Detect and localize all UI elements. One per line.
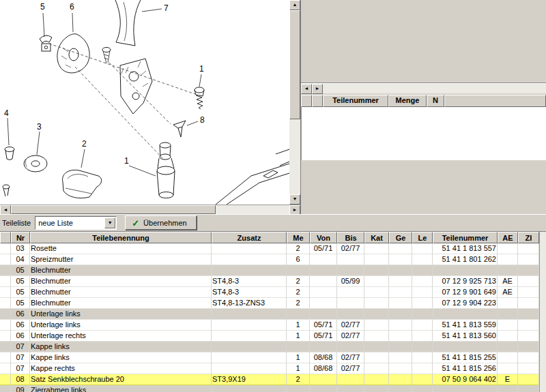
cell-zusatz	[212, 320, 287, 331]
cell-ae	[498, 331, 518, 342]
table-row[interactable]: 05BlechmutterST4,8-3205/9907 12 9 925 71…	[0, 276, 539, 287]
cell-zi	[518, 352, 539, 363]
cell-le	[412, 374, 433, 385]
header-teilebenennung[interactable]: Teilebenennung	[30, 232, 212, 243]
table-row[interactable]: 07Kappe links108/6802/7751 41 1 815 255	[0, 352, 539, 363]
selection-header-teilenummer[interactable]: Teilenummer	[323, 95, 388, 107]
cell-ge	[389, 309, 412, 320]
cell-zi	[518, 254, 539, 265]
table-row[interactable]: 03Rosette205/7102/7751 41 1 813 557	[0, 243, 539, 254]
cell-von	[310, 287, 337, 298]
dropdown-arrow-icon[interactable]: ▼	[104, 217, 115, 228]
scroll-right-icon[interactable]: ►	[289, 205, 300, 215]
cell-kat	[364, 276, 389, 287]
cell-nr: 05	[11, 298, 30, 309]
header-lead[interactable]	[0, 232, 11, 243]
header-zi[interactable]: ZI	[518, 232, 539, 243]
header-ge[interactable]: Ge	[389, 232, 412, 243]
row-lead-cell	[0, 287, 11, 298]
selection-header-menge[interactable]: Menge	[388, 95, 427, 107]
diagram-vertical-scrollbar[interactable]: ▲ ▼	[289, 0, 300, 205]
vertical-scroll-track[interactable]	[289, 10, 300, 194]
cell-kat	[364, 287, 389, 298]
table-row[interactable]: 07Kappe links	[0, 342, 539, 352]
cell-von: 08/68	[310, 352, 337, 363]
row-lead-cell	[0, 298, 11, 309]
cell-ae	[498, 342, 518, 352]
cell-ae	[498, 309, 518, 320]
table-vertical-scrollbar[interactable]	[539, 232, 546, 392]
selection-header-blank-1[interactable]	[301, 95, 312, 107]
horizontal-scroll-track[interactable]	[11, 205, 289, 214]
header-kat[interactable]: Kat	[364, 232, 389, 243]
table-row[interactable]: 05BlechmutterST4,8-13-ZNS3207 12 9 904 2…	[0, 298, 539, 309]
selection-header-n[interactable]: N	[427, 95, 444, 107]
cell-ge	[389, 331, 412, 342]
cell-ge	[389, 374, 412, 385]
scroll-left-icon[interactable]: ◄	[0, 205, 11, 215]
cell-bis	[337, 254, 364, 265]
header-zusatz[interactable]: Zusatz	[212, 232, 287, 243]
table-row[interactable]: 05Blechmutter	[0, 265, 539, 276]
cell-zi	[518, 320, 539, 331]
cell-nr: 07	[11, 352, 30, 363]
selection-list-body[interactable]	[301, 107, 546, 160]
header-bis[interactable]: Bis	[337, 232, 364, 243]
parts-table-area: Nr Teilebenennung Zusatz Me Von Bis Kat …	[0, 232, 546, 392]
horizontal-scroll-thumb[interactable]	[11, 205, 216, 214]
cell-name: Blechmutter	[30, 265, 212, 276]
header-le[interactable]: Le	[412, 232, 433, 243]
cell-tn	[433, 385, 498, 392]
hints-scroll-right-icon[interactable]: ►	[312, 84, 323, 94]
cell-name: Kappe links	[30, 342, 212, 352]
list-combobox[interactable]: neue Liste ▼	[35, 216, 117, 230]
cell-ge	[389, 385, 412, 392]
scroll-down-icon[interactable]: ▼	[289, 194, 300, 205]
cell-zusatz	[212, 243, 287, 254]
cell-zi	[518, 298, 539, 309]
cell-bis: 02/77	[337, 243, 364, 254]
cell-me: 2	[287, 276, 310, 287]
cell-tn: 51 41 1 813 559	[433, 320, 498, 331]
hints-scrollbar[interactable]: ◄ ►	[301, 83, 546, 93]
table-row[interactable]: 09Zierrahmen links	[0, 385, 539, 392]
cell-zi	[518, 243, 539, 254]
header-nr[interactable]: Nr	[11, 232, 30, 243]
cell-tn: 51 41 1 813 560	[433, 331, 498, 342]
cell-nr: 07	[11, 363, 30, 374]
hints-scroll-left-icon[interactable]: ◄	[301, 84, 312, 94]
parts-table-body: 03Rosette205/7102/7751 41 1 813 55704Spr…	[0, 243, 539, 392]
header-teilenummer[interactable]: Teilenummer	[433, 232, 498, 243]
selection-header-blank-2[interactable]	[312, 95, 323, 107]
table-row[interactable]: 07Kappe rechts108/6802/7751 41 1 815 256	[0, 363, 539, 374]
callout-label-6: 6	[70, 2, 74, 12]
row-lead-cell	[0, 352, 11, 363]
table-row[interactable]: 04Spreizmutter651 41 1 801 262	[0, 254, 539, 265]
diagram-horizontal-scrollbar[interactable]: ◄ ►	[0, 205, 300, 214]
header-ae[interactable]: AE	[498, 232, 518, 243]
cell-zi	[518, 363, 539, 374]
scroll-up-icon[interactable]: ▲	[289, 0, 300, 10]
cell-ge	[389, 363, 412, 374]
exploded-diagram-pane[interactable]: 5 6 7 1 8 4 3 2 1	[0, 0, 289, 205]
cell-name: Unterlage rechts	[30, 331, 212, 342]
cell-ge	[389, 298, 412, 309]
table-row[interactable]: 06Unterlage links105/7102/7751 41 1 813 …	[0, 320, 539, 331]
cell-von	[310, 385, 337, 392]
table-row[interactable]: 06Unterlage rechts105/7102/7751 41 1 813…	[0, 331, 539, 342]
cell-kat	[364, 265, 389, 276]
uebernehmen-button[interactable]: ✓ Übernehmen	[125, 215, 197, 230]
cell-me: 6	[287, 254, 310, 265]
cell-nr: 09	[11, 385, 30, 392]
table-row[interactable]: 06Unterlage links	[0, 309, 539, 320]
cell-zusatz	[212, 352, 287, 363]
header-me[interactable]: Me	[287, 232, 310, 243]
hints-scroll-track[interactable]	[323, 84, 546, 93]
table-row[interactable]: 08Satz Senkblechschraube 20ST3,9X19207 5…	[0, 374, 539, 385]
header-von[interactable]: Von	[310, 232, 337, 243]
cell-tn: 07 12 9 901 649	[433, 287, 498, 298]
cell-zi	[518, 342, 539, 352]
vertical-scroll-thumb[interactable]	[289, 10, 300, 119]
cell-zi	[518, 265, 539, 276]
table-row[interactable]: 05BlechmutterST4,8-3207 12 9 901 649AE	[0, 287, 539, 298]
